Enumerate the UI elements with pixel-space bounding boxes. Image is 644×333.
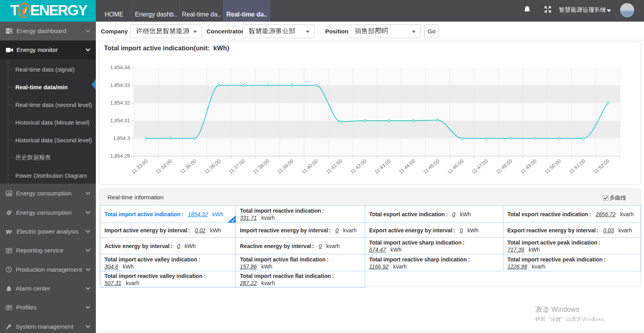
svg-text:1,854.34: 1,854.34 <box>110 64 130 70</box>
svg-text:1,854.31: 1,854.31 <box>110 118 130 123</box>
svg-text:1,854.33: 1,854.33 <box>110 82 130 88</box>
svg-text:11:40:00: 11:40:00 <box>300 158 319 175</box>
svg-text:11:47:00: 11:47:00 <box>470 158 489 175</box>
svg-text:11:38:00: 11:38:00 <box>252 158 270 175</box>
svg-text:11:51:00: 11:51:00 <box>568 158 586 175</box>
svg-text:11:41:00: 11:41:00 <box>325 158 343 175</box>
svg-text:1,854.32: 1,854.32 <box>110 100 130 106</box>
svg-text:11:43:00: 11:43:00 <box>373 158 392 175</box>
svg-text:11:33:00: 11:33:00 <box>130 158 149 175</box>
svg-text:11:46:00: 11:46:00 <box>446 158 465 175</box>
svg-text:11:48:00: 11:48:00 <box>495 158 513 175</box>
svg-text:11:34:00: 11:34:00 <box>155 158 173 175</box>
svg-text:1,854.29: 1,854.29 <box>110 153 130 159</box>
svg-text:11:36:00: 11:36:00 <box>203 158 221 175</box>
svg-text:W: W <box>6 229 11 234</box>
svg-text:11:44:00: 11:44:00 <box>398 158 416 175</box>
svg-text:11:42:00: 11:42:00 <box>349 158 368 175</box>
svg-text:11:37:00: 11:37:00 <box>227 158 246 175</box>
svg-text:11:45:00: 11:45:00 <box>422 158 441 175</box>
svg-text:11:35:00: 11:35:00 <box>179 158 198 175</box>
svg-text:11:49:00: 11:49:00 <box>519 158 538 175</box>
svg-text:11:52:00: 11:52:00 <box>592 158 611 175</box>
svg-text:11:50:00: 11:50:00 <box>543 158 562 175</box>
svg-text:1,854.3: 1,854.3 <box>113 135 130 141</box>
svg-text:11:39:00: 11:39:00 <box>276 158 295 175</box>
